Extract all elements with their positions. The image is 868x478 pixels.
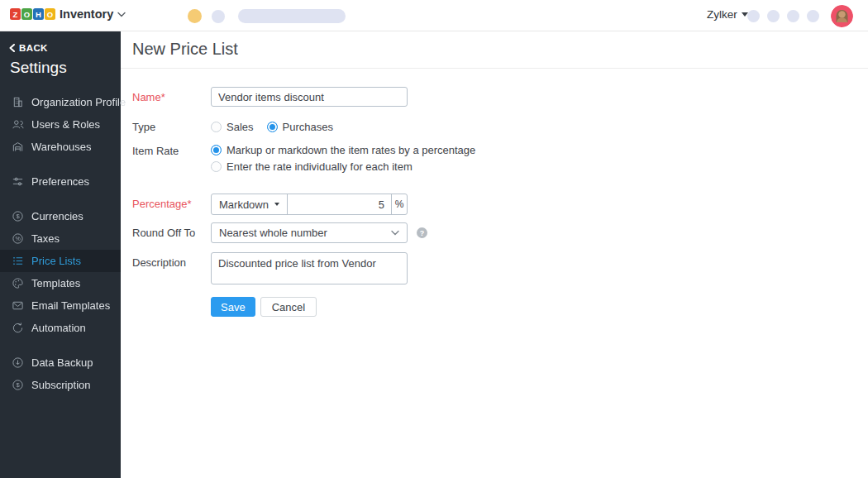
back-button[interactable]: BACK: [0, 31, 121, 53]
sidebar-item-label: Taxes: [31, 232, 60, 245]
product-name: Inventory: [60, 7, 113, 21]
item-rate-option-markup-or-markdown-the-item-ra[interactable]: Markup or markdown the item rates by a p…: [211, 144, 475, 156]
markup-markdown-dropdown[interactable]: Markdown: [212, 194, 288, 214]
sidebar-item-label: Warehouses: [31, 141, 92, 153]
title-divider: [121, 68, 868, 69]
settings-nav: Organization ProfileUsers & RolesWarehou…: [0, 91, 121, 396]
download-circle-icon: [11, 356, 24, 370]
subscription-icon: $: [11, 379, 24, 392]
sidebar-item-automation[interactable]: Automation: [0, 317, 121, 339]
dollar-circle-icon: $: [11, 210, 24, 223]
percentage-input-group: Markdown %: [211, 194, 408, 215]
sidebar-item-label: Preferences: [31, 175, 89, 188]
radio-icon[interactable]: [267, 122, 278, 132]
logo-letter: O: [45, 8, 55, 20]
topbar-icon-placeholder-2[interactable]: [767, 10, 780, 22]
logo-letter: Z: [10, 8, 21, 20]
radio-label: Purchases: [283, 121, 333, 133]
sidebar-item-warehouses[interactable]: Warehouses: [0, 136, 121, 158]
cancel-button[interactable]: Cancel: [260, 297, 317, 317]
building-icon: [11, 96, 24, 109]
sidebar-item-taxes[interactable]: %Taxes: [0, 227, 121, 250]
description-textarea[interactable]: Discounted price list from Vendor: [211, 252, 408, 284]
palette-icon: [11, 277, 24, 290]
topbar-search-placeholder[interactable]: [238, 9, 346, 23]
help-icon[interactable]: ?: [417, 227, 427, 238]
sidebar-item-email-templates[interactable]: Email Templates: [0, 294, 121, 317]
sidebar-item-data-backup[interactable]: Data Backup: [0, 351, 121, 374]
name-label: Name*: [132, 87, 211, 107]
sliders-icon: [11, 175, 24, 189]
svg-text:$: $: [16, 213, 20, 220]
sidebar-item-label: Email Templates: [31, 299, 110, 312]
type-option-sales[interactable]: Sales: [211, 121, 254, 133]
sidebar-item-currencies[interactable]: $Currencies: [0, 205, 121, 227]
sidebar-item-label: Price Lists: [31, 255, 81, 267]
logo-letter: O: [21, 8, 32, 20]
percent-suffix: %: [391, 194, 407, 214]
main-content: New Price List Name* Type SalesPurchases…: [121, 31, 868, 478]
name-input[interactable]: [211, 87, 408, 107]
zoho-logo-icon: ZOHO: [10, 8, 55, 20]
sidebar-item-price-lists[interactable]: Price Lists: [0, 250, 121, 272]
round-off-label: Round Off To: [132, 222, 211, 243]
sidebar-group: Data Backup$Subscription: [0, 351, 121, 396]
topbar-circle-placeholder[interactable]: [212, 10, 225, 23]
radio-label: Enter the rate individually for each ite…: [227, 160, 413, 173]
radio-icon[interactable]: [211, 145, 222, 155]
settings-sidebar: BACK Settings Organization ProfileUsers …: [0, 31, 121, 478]
percentage-value-input[interactable]: [288, 194, 391, 214]
warehouse-icon: [11, 141, 24, 154]
item-rate-radio-group: Markup or markdown the item rates by a p…: [211, 144, 475, 177]
chevron-left-icon: [9, 44, 15, 52]
save-button[interactable]: Save: [211, 297, 255, 317]
zoho-inventory-logo[interactable]: ZOHO Inventory: [10, 7, 126, 21]
sidebar-item-templates[interactable]: Templates: [0, 272, 121, 294]
sidebar-item-subscription[interactable]: $Subscription: [0, 374, 121, 396]
sidebar-group: Organization ProfileUsers & RolesWarehou…: [0, 91, 121, 158]
page-title: New Price List: [132, 40, 868, 59]
users-icon: [11, 118, 24, 131]
radio-icon[interactable]: [211, 122, 222, 132]
topbar-icon-placeholder-3[interactable]: [787, 10, 799, 22]
org-switcher[interactable]: Zylker: [707, 8, 748, 21]
sidebar-item-label: Users & Roles: [31, 118, 100, 131]
new-price-list-form: Name* Type SalesPurchases Item Rate Mark…: [132, 87, 868, 317]
round-off-select[interactable]: Nearest whole number: [211, 222, 408, 243]
sync-icon: [11, 322, 24, 335]
logo-letter: H: [33, 8, 44, 20]
chevron-down-icon: [117, 12, 126, 17]
item-rate-label: Item Rate: [132, 144, 211, 177]
sidebar-title: Settings: [0, 53, 121, 77]
sidebar-item-label: Currencies: [31, 210, 83, 222]
chevron-down-icon: [391, 230, 399, 236]
sidebar-group: $Currencies%TaxesPrice ListsTemplatesEma…: [0, 205, 121, 339]
radio-label: Sales: [227, 121, 254, 133]
sidebar-group: Preferences: [0, 170, 121, 193]
caret-down-icon: [274, 203, 279, 206]
radio-label: Markup or markdown the item rates by a p…: [227, 144, 475, 156]
topbar-yellow-circle-placeholder[interactable]: [188, 9, 202, 23]
round-off-value: Nearest whole number: [219, 227, 327, 239]
type-radio-group: SalesPurchases: [211, 120, 333, 133]
org-name: Zylker: [707, 8, 737, 21]
percentage-label: Percentage*: [132, 194, 211, 215]
sidebar-item-organization-profile[interactable]: Organization Profile: [0, 91, 121, 113]
back-label: BACK: [19, 43, 48, 53]
sidebar-item-label: Organization Profile: [31, 96, 126, 108]
topbar-icon-placeholder-4[interactable]: [807, 10, 819, 22]
sidebar-item-label: Templates: [31, 277, 80, 289]
price-list-icon: [11, 255, 24, 268]
percent-circle-icon: %: [11, 232, 24, 246]
type-option-purchases[interactable]: Purchases: [267, 121, 333, 133]
sidebar-item-label: Automation: [31, 322, 86, 334]
topbar-icon-placeholder-1[interactable]: [747, 10, 760, 22]
radio-icon[interactable]: [211, 161, 222, 172]
sidebar-item-users-roles[interactable]: Users & Roles: [0, 113, 121, 136]
user-avatar[interactable]: [831, 5, 853, 27]
topbar: ZOHO Inventory Zylker: [0, 0, 868, 31]
sidebar-item-preferences[interactable]: Preferences: [0, 170, 121, 193]
type-label: Type: [132, 120, 211, 133]
item-rate-option-enter-the-rate-individually-fo[interactable]: Enter the rate individually for each ite…: [211, 160, 475, 173]
svg-text:%: %: [15, 236, 20, 241]
